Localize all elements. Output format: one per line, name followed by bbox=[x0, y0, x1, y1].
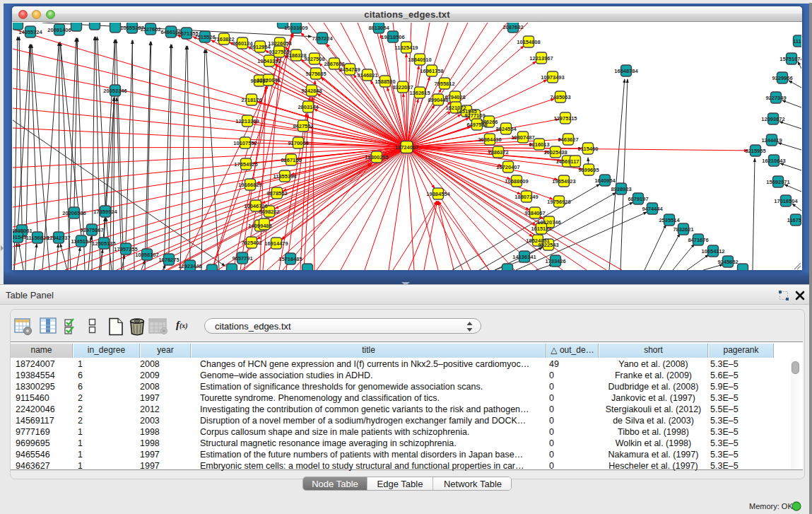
svg-text:14569117: 14569117 bbox=[556, 158, 579, 165]
svg-text:14136141: 14136141 bbox=[512, 254, 536, 260]
svg-text:8471676: 8471676 bbox=[688, 237, 708, 243]
svg-text:13226058: 13226058 bbox=[268, 40, 291, 47]
svg-text:16648784: 16648784 bbox=[614, 68, 638, 74]
svg-text:11156829: 11156829 bbox=[26, 235, 49, 241]
svg-text:19166829: 19166829 bbox=[238, 182, 261, 188]
svg-text:18300295: 18300295 bbox=[365, 154, 388, 160]
svg-text:391549: 391549 bbox=[13, 234, 27, 240]
svg-text:8215955: 8215955 bbox=[745, 148, 765, 154]
svg-text:9245652: 9245652 bbox=[717, 259, 738, 265]
svg-text:9777169: 9777169 bbox=[464, 112, 485, 119]
svg-text:1244419: 1244419 bbox=[761, 137, 782, 144]
svg-text:9474444: 9474444 bbox=[642, 206, 663, 212]
svg-text:12923448: 12923448 bbox=[178, 263, 201, 269]
svg-text:2087682: 2087682 bbox=[502, 24, 523, 30]
svg-text:16210643: 16210643 bbox=[762, 158, 785, 164]
svg-text:10973493: 10973493 bbox=[541, 74, 564, 81]
svg-text:19384554: 19384554 bbox=[426, 191, 450, 197]
svg-text:9227349: 9227349 bbox=[765, 95, 786, 101]
svg-text:10120746: 10120746 bbox=[537, 219, 560, 226]
svg-text:9115460: 9115460 bbox=[578, 146, 599, 152]
svg-text:10543392: 10543392 bbox=[257, 58, 281, 64]
svg-text:10025438: 10025438 bbox=[543, 149, 567, 156]
svg-text:19654923: 19654923 bbox=[552, 178, 575, 185]
svg-text:1640954: 1640954 bbox=[594, 177, 616, 184]
svg-text:9463627: 9463627 bbox=[558, 136, 578, 143]
svg-text:5498222: 5498222 bbox=[259, 209, 279, 215]
svg-text:16033809: 16033809 bbox=[284, 25, 307, 31]
svg-text:10107552: 10107552 bbox=[233, 140, 257, 146]
svg-text:20364436: 20364436 bbox=[478, 136, 501, 143]
svg-text:8186328: 8186328 bbox=[286, 52, 306, 59]
svg-text:15751074: 15751074 bbox=[779, 56, 801, 62]
svg-text:22420046: 22420046 bbox=[257, 77, 280, 83]
svg-text:20206536: 20206536 bbox=[62, 210, 86, 216]
svg-text:18807249: 18807249 bbox=[514, 194, 538, 200]
svg-text:8878552: 8878552 bbox=[266, 190, 287, 197]
svg-text:10654112: 10654112 bbox=[702, 248, 725, 255]
svg-text:93975867: 93975867 bbox=[80, 227, 103, 233]
svg-text:7832621: 7832621 bbox=[673, 226, 693, 233]
svg-text:15716485: 15716485 bbox=[278, 256, 302, 262]
svg-text:7625402: 7625402 bbox=[241, 240, 261, 246]
svg-text:1527602: 1527602 bbox=[140, 26, 160, 33]
svg-text:9327508: 9327508 bbox=[304, 56, 324, 62]
svg-text:2718176: 2718176 bbox=[241, 97, 261, 103]
svg-text:10046726: 10046726 bbox=[244, 203, 267, 209]
svg-text:7886372: 7886372 bbox=[488, 149, 508, 156]
svg-text:18724007: 18724007 bbox=[395, 144, 418, 151]
svg-text:1678275: 1678275 bbox=[158, 257, 179, 263]
svg-text:15692971: 15692971 bbox=[766, 179, 789, 185]
svg-text:10154808: 10154808 bbox=[517, 39, 540, 45]
svg-text:17016504: 17016504 bbox=[774, 198, 798, 204]
svg-text:12505135: 12505135 bbox=[92, 240, 115, 247]
svg-text:1145194: 1145194 bbox=[71, 238, 93, 245]
svg-text:2535514: 2535514 bbox=[659, 217, 680, 223]
svg-text:19756928: 19756928 bbox=[547, 199, 570, 205]
svg-text:18640910: 18640910 bbox=[408, 57, 431, 63]
svg-text:11325419: 11325419 bbox=[395, 45, 418, 51]
svg-text:1112: 1112 bbox=[793, 38, 801, 45]
svg-text:746266: 746266 bbox=[480, 119, 498, 125]
svg-text:6794028: 6794028 bbox=[445, 94, 465, 100]
svg-text:16914479: 16914479 bbox=[264, 240, 288, 247]
svg-text:9329966: 9329966 bbox=[772, 75, 792, 81]
svg-text:8938923: 8938923 bbox=[611, 186, 631, 192]
svg-text:17654925: 17654925 bbox=[234, 161, 257, 168]
svg-text:10807487: 10807487 bbox=[511, 134, 534, 141]
svg-text:10688609: 10688609 bbox=[505, 178, 528, 185]
svg-text:6879197: 6879197 bbox=[628, 196, 648, 202]
svg-text:8267150: 8267150 bbox=[281, 157, 301, 163]
svg-text:7515526: 7515526 bbox=[194, 34, 215, 40]
svg-text:17957255: 17957255 bbox=[114, 246, 137, 252]
svg-text:9657791: 9657791 bbox=[232, 255, 252, 262]
svg-text:9170066: 9170066 bbox=[288, 140, 308, 146]
svg-text:1615132: 1615132 bbox=[531, 226, 551, 232]
svg-text:12093872: 12093872 bbox=[761, 116, 784, 122]
svg-text:15720407: 15720407 bbox=[496, 164, 519, 170]
svg-text:1362615: 1362615 bbox=[409, 90, 430, 96]
svg-text:7955812: 7955812 bbox=[434, 81, 454, 87]
svg-text:9522543: 9522543 bbox=[538, 242, 558, 248]
svg-text:14099489: 14099489 bbox=[248, 223, 271, 229]
svg-text:7357224: 7357224 bbox=[312, 35, 333, 42]
svg-text:8813054: 8813054 bbox=[368, 25, 389, 31]
svg-text:17359924: 17359924 bbox=[93, 209, 117, 215]
svg-text:12213369: 12213369 bbox=[235, 118, 259, 124]
svg-text:20053346: 20053346 bbox=[103, 88, 126, 94]
svg-text:12942737: 12942737 bbox=[47, 235, 70, 241]
svg-text:5375685: 5375685 bbox=[305, 71, 326, 77]
svg-text:11355394: 11355394 bbox=[273, 173, 298, 180]
svg-text:16961758: 16961758 bbox=[420, 68, 443, 74]
svg-text:9242848: 9242848 bbox=[301, 88, 322, 94]
svg-text:8427552: 8427552 bbox=[293, 123, 313, 129]
svg-text:1733426: 1733426 bbox=[545, 258, 565, 264]
svg-text:3624554: 3624554 bbox=[495, 126, 517, 132]
svg-text:9699695: 9699695 bbox=[578, 167, 599, 173]
svg-text:19218506: 19218506 bbox=[381, 34, 404, 40]
svg-text:9146821: 9146821 bbox=[357, 72, 377, 78]
svg-text:9384067: 9384067 bbox=[524, 210, 545, 216]
svg-text:1535061: 1535061 bbox=[13, 228, 33, 234]
svg-text:6216013: 6216013 bbox=[529, 141, 549, 148]
svg-text:20691406: 20691406 bbox=[47, 27, 71, 33]
